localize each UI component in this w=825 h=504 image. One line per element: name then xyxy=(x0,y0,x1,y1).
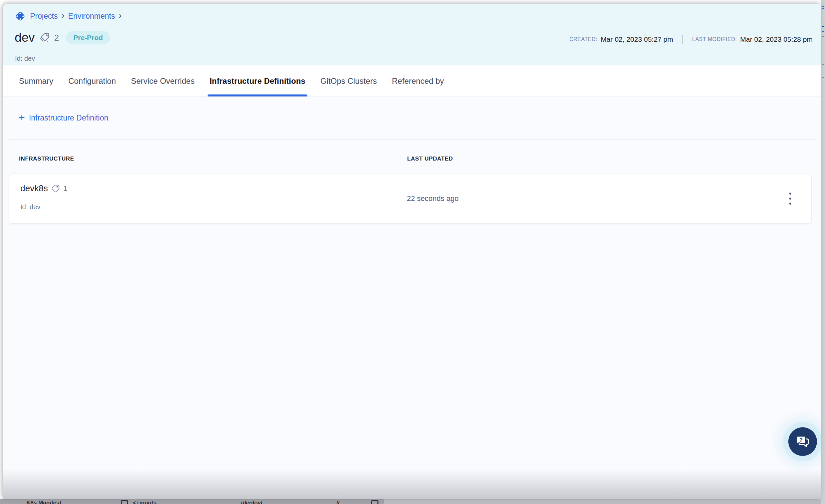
infrastructure-tag-count: 1 xyxy=(63,184,67,193)
background-sliver-light-area xyxy=(384,499,821,504)
infrastructure-name-row: devk8s 1 xyxy=(20,183,67,194)
created-value: Mar 02, 2023 05:27 pm xyxy=(601,35,673,44)
breadcrumb: Projects › Environments › xyxy=(14,10,122,22)
environment-id: Id: dev xyxy=(15,55,35,62)
page-title: dev xyxy=(15,31,35,45)
section-divider xyxy=(9,140,816,140)
environment-meta: CREATED: Mar 02, 2023 05:27 pm LAST MODI… xyxy=(569,35,813,44)
tab-service-overrides[interactable]: Service Overrides xyxy=(131,65,195,96)
infrastructure-definitions-content: + Infrastructure Definition INFRASTRUCTU… xyxy=(3,97,821,499)
projects-diamond-icon xyxy=(14,10,26,22)
breadcrumb-link-environments[interactable]: Environments xyxy=(68,12,115,21)
environment-header: Projects › Environments › dev 2 Pre-Prod… xyxy=(3,4,821,65)
scrollbar-mark xyxy=(822,64,824,65)
infrastructure-id: Id: dev xyxy=(20,203,41,211)
background-text-fragment: <+inputs xyxy=(133,500,156,504)
column-header-infrastructure: INFRASTRUCTURE xyxy=(19,155,74,162)
inputs-icon xyxy=(121,500,128,504)
meta-divider xyxy=(682,35,683,44)
background-editor-scrollbar xyxy=(821,0,825,504)
background-text-fragment: /deploy/ xyxy=(241,500,262,504)
column-header-last-updated: LAST UPDATED xyxy=(407,155,453,162)
tab-gitops-clusters[interactable]: GitOps Clusters xyxy=(320,65,377,96)
kebab-menu-icon xyxy=(789,193,791,195)
created-label: CREATED: xyxy=(569,37,597,43)
help-chat-icon: ? xyxy=(795,434,811,450)
scrollbar-mark xyxy=(822,36,824,37)
scrollbar-mark xyxy=(822,31,824,32)
add-button-label: Infrastructure Definition xyxy=(29,114,108,123)
environment-details-panel: Projects › Environments › dev 2 Pre-Prod… xyxy=(3,4,821,499)
last-updated-value: 22 seconds ago xyxy=(407,174,459,223)
infrastructure-name: devk8s xyxy=(20,183,48,194)
tab-infrastructure-definitions[interactable]: Infrastructure Definitions xyxy=(210,65,305,96)
tab-referenced-by[interactable]: Referenced by xyxy=(392,65,444,96)
background-text-fragment: K8s Manifest xyxy=(26,500,61,504)
help-button[interactable]: ? xyxy=(788,427,817,456)
tab-configuration[interactable]: Configuration xyxy=(68,65,116,96)
environment-type-badge: Pre-Prod xyxy=(66,31,110,45)
environment-tag-count: 2 xyxy=(54,33,59,43)
add-infrastructure-definition-button[interactable]: + Infrastructure Definition xyxy=(19,112,108,124)
environment-tabs: Summary Configuration Service Overrides … xyxy=(3,65,821,97)
panel-bottom-shadow xyxy=(3,469,821,499)
chevron-right-icon: › xyxy=(119,11,122,21)
tag-icon xyxy=(51,184,60,193)
infrastructure-row[interactable]: devk8s 1 Id: dev 22 seconds ago xyxy=(9,173,812,224)
row-options-menu-button[interactable] xyxy=(780,174,800,223)
window-icon xyxy=(371,500,378,504)
last-modified-label: LAST MODIFIED: xyxy=(692,37,737,43)
background-window-sliver: K8s Manifest <+inputs /deploy/ // xyxy=(0,499,821,504)
background-text-fragment: // xyxy=(336,500,340,504)
scrollbar-mark xyxy=(822,8,824,9)
scrollbar-mark xyxy=(822,6,824,7)
environment-title-row: dev 2 Pre-Prod xyxy=(15,31,110,45)
svg-text:?: ? xyxy=(799,437,803,443)
breadcrumb-link-projects[interactable]: Projects xyxy=(30,12,58,21)
plus-icon: + xyxy=(19,112,25,124)
scrollbar-mark xyxy=(822,77,824,78)
tab-summary[interactable]: Summary xyxy=(19,65,53,96)
scrollbar-mark xyxy=(822,26,824,27)
tags-icon xyxy=(39,32,50,43)
chevron-right-icon: › xyxy=(61,11,64,21)
last-modified-value: Mar 02, 2023 05:28 pm xyxy=(740,35,813,44)
